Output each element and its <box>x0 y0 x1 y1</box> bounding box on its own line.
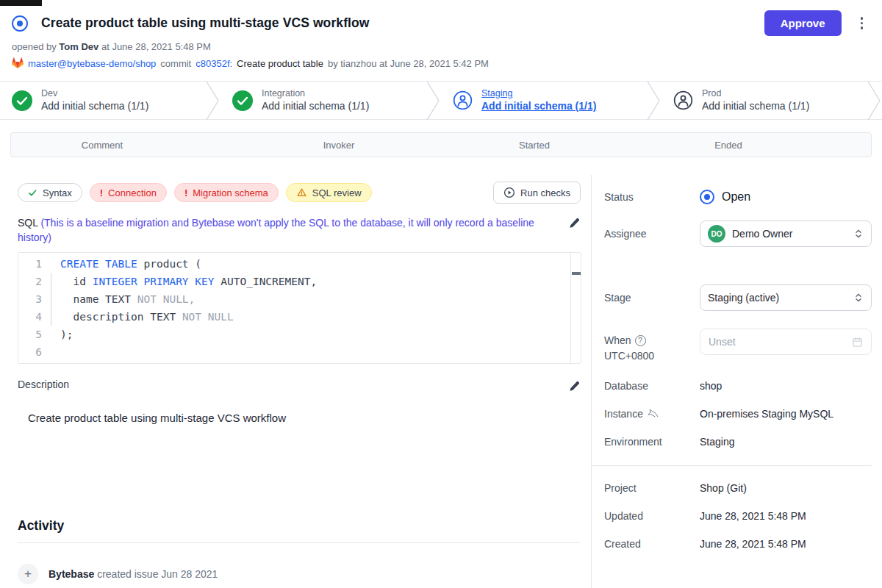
approve-button[interactable]: Approve <box>764 10 842 36</box>
more-actions-icon[interactable] <box>858 14 867 32</box>
check-badges-row: Run checks Syntax!Connection!Migration s… <box>18 182 581 204</box>
when-placeholder: Unset <box>709 336 736 348</box>
code-line: 4 description TEXT NOT NULL <box>18 308 581 326</box>
sql-editor[interactable]: 1CREATE TABLE product (2 id INTEGER PRIM… <box>18 252 581 364</box>
activity-divider <box>18 542 581 543</box>
stage-select[interactable]: Staging (active) <box>700 284 872 311</box>
task-table-header: Comment Invoker Started Ended <box>10 132 872 157</box>
stage-value: Staging (active) <box>708 292 847 304</box>
description-label: Description <box>18 379 69 395</box>
code-line: 3 name TEXT NOT NULL, <box>18 290 581 308</box>
stage-label: Stage <box>604 292 700 304</box>
stage-pipeline: DevAdd initial schema (1/1)IntegrationAd… <box>0 81 882 120</box>
created-label: Created <box>604 538 700 550</box>
instance-value[interactable]: On-premises Staging MySQL <box>700 408 833 420</box>
check-badge-syntax[interactable]: Syntax <box>18 183 82 202</box>
editor-scrollbar[interactable] <box>570 253 581 363</box>
page-title: Create product table using multi-stage V… <box>41 15 764 31</box>
database-label: Database <box>604 380 700 392</box>
assignee-row: Assignee DO Demo Owner <box>604 220 872 247</box>
commit-word: commit <box>160 58 191 69</box>
run-checks-button[interactable]: Run checks <box>493 182 581 204</box>
when-row: When ? UTC+0800 Unset <box>604 329 872 362</box>
description-header: Description <box>18 379 581 395</box>
activity-author: Bytebase <box>49 568 94 580</box>
stage-person-icon <box>453 90 473 110</box>
when-timezone: UTC+0800 <box>604 350 700 362</box>
stage-separator <box>866 82 882 120</box>
stage-separator <box>204 82 220 120</box>
commit-byline: by tianzhou at June 28, 2021 5:42 PM <box>328 58 489 69</box>
instance-label: Instance <box>604 408 700 420</box>
stage-staging[interactable]: StagingAdd initial schema (1/1) <box>441 82 645 119</box>
error-bang-icon: ! <box>184 187 187 198</box>
code-line: 5); <box>18 326 581 343</box>
updated-value: June 28, 2021 5:48 PM <box>700 510 806 522</box>
when-date-input[interactable]: Unset <box>700 329 872 355</box>
branch-repo-link[interactable]: master@bytebase-demo/shop <box>28 58 156 69</box>
help-icon[interactable]: ? <box>635 335 646 346</box>
stage-dev[interactable]: DevAdd initial schema (1/1) <box>0 82 204 119</box>
assignee-select[interactable]: DO Demo Owner <box>700 220 872 247</box>
issue-sidebar: Status Open Assignee DO Demo Owner Stage… <box>592 175 882 588</box>
database-value[interactable]: shop <box>700 380 722 392</box>
edit-description-icon[interactable] <box>567 379 581 395</box>
check-icon <box>28 188 37 198</box>
issue-main-panel: Run checks Syntax!Connection!Migration s… <box>0 175 592 588</box>
project-row: Project Shop (Git) <box>604 482 872 494</box>
activity-item: + Bytebase created issue Jun 28 2021 <box>18 564 581 584</box>
play-circle-icon <box>503 187 515 198</box>
stage-done-icon <box>232 90 253 111</box>
sql-baseline-note: (This is a baseline migration and Byteba… <box>18 217 534 243</box>
stage-integration[interactable]: IntegrationAdd initial schema (1/1) <box>220 82 425 119</box>
code-line: 2 id INTEGER PRIMARY KEY AUTO_INCREMENT, <box>18 273 581 290</box>
commit-hash-link[interactable]: c80352f: <box>196 58 232 69</box>
check-badge-sql-review[interactable]: SQL review <box>286 183 372 202</box>
opened-by-time: at June 28, 2021 5:48 PM <box>101 41 211 52</box>
stage-prod[interactable]: ProdAdd initial schema (1/1) <box>662 82 866 119</box>
updated-row: Updated June 28, 2021 5:48 PM <box>604 510 872 522</box>
opened-by-line: opened by Tom Dev at June 28, 2021 5:48 … <box>12 41 870 52</box>
column-header-started: Started <box>519 140 550 151</box>
activity-text: created issue Jun 28 2021 <box>97 568 218 580</box>
created-issue-icon: + <box>18 564 38 584</box>
status-open-icon <box>700 190 714 204</box>
environment-row: Environment Staging <box>604 436 872 448</box>
commit-message: Create product table <box>237 58 323 69</box>
stage-row: Stage Staging (active) <box>604 284 872 311</box>
sidebar-divider <box>592 465 872 466</box>
project-value[interactable]: Shop (Git) <box>700 482 747 494</box>
assignee-value: Demo Owner <box>732 228 847 240</box>
when-label-block: When ? UTC+0800 <box>604 329 700 362</box>
edit-sql-icon[interactable] <box>567 215 581 233</box>
status-label: Status <box>604 191 700 203</box>
stage-separator <box>425 82 441 120</box>
description-text: Create product table using multi-stage V… <box>28 412 581 424</box>
issue-page: Create product table using multi-stage V… <box>0 0 882 588</box>
opened-by-name: Tom Dev <box>59 41 98 52</box>
stage-separator <box>645 82 662 120</box>
assignee-avatar: DO <box>708 225 725 243</box>
warning-icon <box>296 187 307 198</box>
calendar-icon <box>852 337 863 348</box>
status-value: Open <box>722 190 750 204</box>
check-badge-connection[interactable]: !Connection <box>90 183 167 202</box>
instance-row: Instance On-premises Staging MySQL <box>604 408 872 420</box>
gitlab-icon <box>12 57 24 69</box>
status-row: Status Open <box>604 190 872 204</box>
updated-label: Updated <box>604 510 700 522</box>
assignee-label: Assignee <box>604 228 700 240</box>
column-header-ended: Ended <box>714 140 742 151</box>
project-label: Project <box>604 482 700 494</box>
error-bang-icon: ! <box>100 187 103 198</box>
code-line: 6 <box>18 343 581 361</box>
created-row: Created June 28, 2021 5:48 PM <box>604 538 872 550</box>
column-header-invoker: Invoker <box>323 140 355 151</box>
check-badge-migration-schema[interactable]: !Migration schema <box>174 183 279 202</box>
database-row: Database shop <box>604 380 872 392</box>
environment-value[interactable]: Staging <box>700 436 734 448</box>
code-line: 1CREATE TABLE product ( <box>18 255 581 273</box>
mysql-dolphin-icon <box>648 408 659 420</box>
vcs-commit-line: master@bytebase-demo/shop commit c80352f… <box>12 57 870 69</box>
issue-header: Create product table using multi-stage V… <box>0 0 882 69</box>
